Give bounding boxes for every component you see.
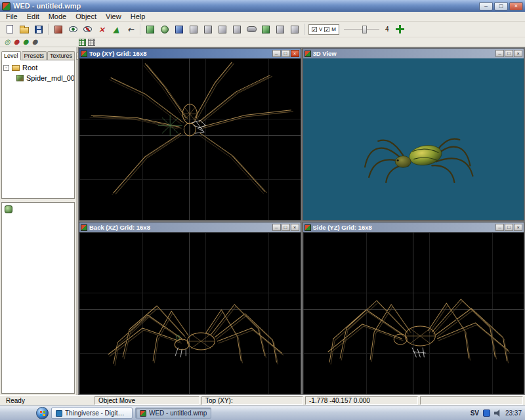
open-folder-icon — [20, 27, 29, 33]
add-model-button[interactable] — [158, 23, 172, 36]
viewport-top-canvas[interactable] — [79, 58, 301, 220]
grid-large-icon — [88, 39, 95, 46]
minimize-button[interactable]: – — [479, 2, 493, 10]
view-flags-box[interactable]: ✓ V ✓ M — [308, 24, 339, 35]
resources-button[interactable] — [287, 23, 302, 36]
undo-button[interactable]: ← — [123, 23, 138, 36]
viewport-minimize-button[interactable]: – — [495, 224, 504, 231]
open-folder-button[interactable] — [17, 23, 32, 36]
clock[interactable]: 23:37 — [505, 410, 522, 417]
flag-checkbox[interactable]: ✓ — [312, 27, 317, 32]
tree-item-spider[interactable]: Spider_mdl_000 — [3, 73, 73, 83]
viewport-back-titlebar[interactable]: Back (XZ) Grid: 16x8 – □ × — [79, 222, 301, 232]
move-tool-button[interactable] — [393, 23, 408, 36]
viewport-top-titlebar[interactable]: Top (XY) Grid: 16x8 – □ × — [79, 49, 301, 58]
menu-mode[interactable]: Mode — [44, 12, 72, 20]
taskbar-item-thingiverse[interactable]: Thingiverse - Digital... — [51, 408, 133, 419]
tree-item-root[interactable]: - Root — [3, 62, 73, 73]
viewport-back-canvas[interactable] — [79, 232, 301, 394]
toolbar-row2: ◎ ● ● ● — [0, 37, 525, 47]
tab-level[interactable]: Level — [1, 51, 21, 60]
flag-checkbox[interactable]: ✓ — [324, 27, 329, 32]
slider-thumb[interactable] — [362, 26, 367, 33]
properties-panel[interactable] — [1, 202, 75, 394]
start-button[interactable] — [36, 407, 49, 419]
viewport-minimize-button[interactable]: – — [495, 50, 504, 57]
snap-target-icon: ◎ — [5, 39, 10, 45]
viewport-close-button[interactable]: × — [291, 50, 299, 57]
undo-arrow-icon: ← — [127, 26, 134, 33]
tree-expander[interactable]: - — [3, 65, 9, 71]
viewport-minimize-button[interactable]: – — [272, 50, 281, 57]
main-area: Level Presets Textures ◄ ► - Root Spider… — [0, 47, 525, 395]
show-entities-button[interactable] — [66, 23, 80, 36]
add-path-button[interactable] — [215, 23, 230, 36]
viewport-maximize-button[interactable]: □ — [505, 224, 513, 231]
eye-hidden-icon — [83, 26, 92, 32]
viewport-maximize-button[interactable]: □ — [282, 224, 290, 231]
entity-mode-button[interactable]: ▲ — [109, 23, 123, 36]
entity-red-button[interactable]: ● — [12, 38, 21, 47]
save-icon — [35, 26, 43, 33]
entity-dark-button[interactable]: ● — [30, 38, 39, 47]
menu-help[interactable]: Help — [126, 12, 150, 20]
wed-app-icon — [140, 410, 146, 417]
spider-wireframe-side — [303, 232, 524, 394]
panel-model-icon — [5, 205, 12, 213]
save-button[interactable] — [32, 23, 46, 36]
viewport-icon — [304, 224, 311, 231]
menu-file[interactable]: File — [1, 12, 22, 20]
tab-presets[interactable]: Presets — [22, 51, 47, 60]
add-sound-button[interactable] — [201, 23, 215, 36]
resources-icon — [291, 26, 299, 33]
delete-entity-button[interactable]: × — [94, 23, 109, 36]
menu-edit[interactable]: Edit — [22, 12, 44, 20]
viewport-close-button[interactable]: × — [514, 224, 522, 231]
menu-object[interactable]: Object — [71, 12, 101, 20]
maximize-button[interactable]: □ — [494, 2, 508, 10]
add-sprite-button[interactable] — [172, 23, 186, 36]
taskbar-item-wed[interactable]: WED - untitled.wmp — [135, 408, 211, 419]
status-mode: Object Move — [94, 396, 200, 405]
tray-app-icon[interactable] — [483, 410, 490, 417]
close-button[interactable]: × — [509, 2, 523, 10]
viewport-maximize-button[interactable]: □ — [282, 50, 290, 57]
grid-large-button[interactable] — [87, 38, 96, 47]
viewport-side-titlebar[interactable]: Side (YZ) Grid: 16x8 – □ × — [303, 222, 524, 232]
flag-label: V — [319, 26, 322, 32]
viewport-maximize-button[interactable]: □ — [505, 50, 513, 57]
viewport-3d: 3D View – □ × — [303, 48, 525, 220]
viewport-side-canvas[interactable] — [303, 232, 524, 394]
task-label: WED - untitled.wmp — [149, 410, 207, 417]
tab-textures[interactable]: Textures — [47, 51, 75, 60]
viewport-3d-titlebar[interactable]: 3D View – □ × — [303, 49, 524, 58]
status-bar: Ready Object Move Top (XY): -1.778 -40.1… — [0, 395, 525, 406]
task-label: Thingiverse - Digital... — [65, 410, 128, 417]
level-tree: - Root Spider_mdl_000 — [1, 60, 75, 199]
map-properties-button[interactable] — [51, 23, 66, 36]
grid-small-button[interactable] — [77, 38, 87, 47]
gamepad-button[interactable] — [244, 23, 259, 36]
add-light-button[interactable] — [186, 23, 201, 36]
viewport-side-title: Side (YZ) Grid: 16x8 — [313, 224, 494, 231]
hide-entities-button[interactable] — [80, 23, 94, 36]
viewport-minimize-button[interactable]: – — [272, 224, 281, 231]
viewport-close-button[interactable]: × — [514, 50, 522, 57]
viewport-close-button[interactable]: × — [291, 224, 299, 231]
volume-icon[interactable] — [494, 410, 501, 417]
add-cube-button[interactable] — [143, 23, 158, 36]
viewport-icon — [304, 51, 311, 57]
entity-green-button[interactable]: ● — [21, 38, 30, 47]
add-action-button[interactable] — [259, 23, 273, 36]
menu-view[interactable]: View — [101, 12, 126, 20]
zoom-slider[interactable] — [343, 24, 381, 35]
new-file-button[interactable] — [3, 23, 17, 36]
snap-target-button[interactable]: ◎ — [3, 38, 12, 47]
title-bar[interactable]: WED - untitled.wmp – □ × — [0, 0, 525, 12]
language-indicator[interactable]: SV — [471, 410, 479, 417]
spider-wireframe-top — [79, 58, 301, 220]
viewport-3d-canvas[interactable] — [303, 58, 524, 220]
behaviors-button[interactable] — [273, 23, 287, 36]
gamepad-icon — [247, 26, 257, 32]
add-zone-button[interactable] — [230, 23, 244, 36]
